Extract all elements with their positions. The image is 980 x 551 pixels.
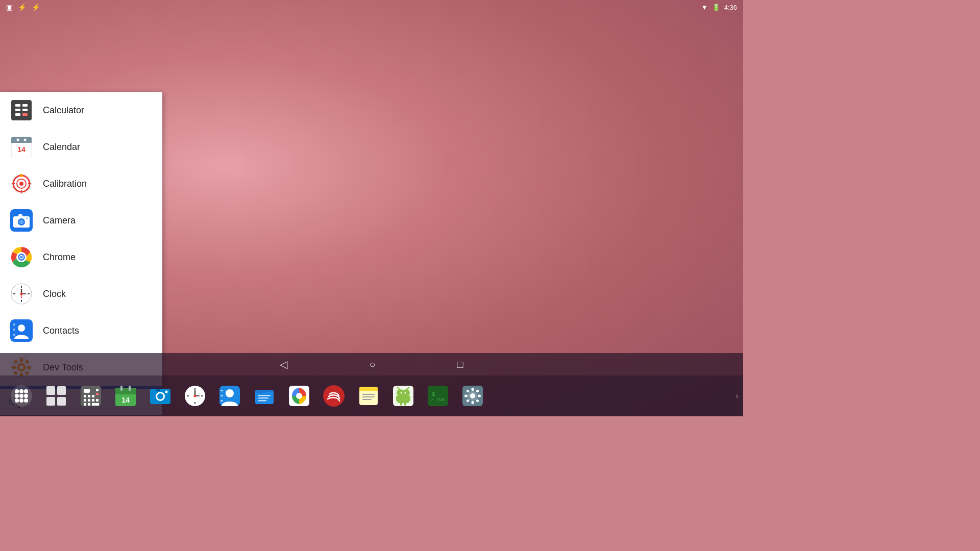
- calibration-label: Calibration: [43, 179, 87, 189]
- taskbar-allapps[interactable]: [5, 380, 38, 412]
- svg-point-11: [24, 139, 27, 141]
- svg-rect-5: [15, 113, 20, 116]
- taskbar-music[interactable]: [317, 380, 350, 412]
- svg-rect-124: [359, 389, 378, 391]
- svg-point-65: [24, 394, 28, 398]
- svg-rect-110: [220, 390, 223, 391]
- svg-point-32: [20, 256, 23, 259]
- usb1-icon: ⚡: [18, 3, 27, 11]
- contacts-label: Contacts: [43, 325, 79, 336]
- recents-button[interactable]: □: [457, 359, 463, 370]
- svg-rect-71: [46, 397, 55, 406]
- taskbar-expand-arrow[interactable]: ›: [731, 375, 743, 416]
- taskbar-files[interactable]: [248, 380, 281, 412]
- status-bar-left: ▣ ⚡ ⚡: [6, 3, 40, 11]
- svg-rect-89: [115, 388, 136, 390]
- status-bar-right: ▼ 🔋 4:36: [701, 4, 737, 11]
- svg-rect-111: [220, 395, 223, 396]
- calculator-label: Calculator: [43, 105, 84, 116]
- svg-rect-116: [258, 395, 271, 396]
- calendar-icon: 14: [10, 136, 33, 158]
- taskbar-screenshot[interactable]: [144, 380, 177, 412]
- svg-rect-115: [255, 390, 263, 393]
- contacts-icon: [10, 319, 33, 342]
- taskbar-terminal[interactable]: $_ > run: [422, 380, 454, 412]
- app-item-camera[interactable]: Camera: [0, 202, 162, 239]
- wifi-icon: ▼: [701, 4, 708, 11]
- svg-point-21: [20, 174, 23, 177]
- svg-point-10: [17, 139, 19, 141]
- svg-point-133: [401, 392, 402, 394]
- calculator-icon: [10, 99, 33, 121]
- home-button[interactable]: ○: [369, 359, 375, 370]
- app-item-calendar[interactable]: 14 Calendar: [0, 129, 162, 165]
- svg-text:14: 14: [121, 396, 130, 404]
- svg-point-62: [24, 389, 28, 393]
- svg-point-60: [15, 389, 19, 393]
- svg-rect-127: [362, 399, 372, 400]
- svg-rect-112: [220, 400, 223, 402]
- taskbar-settings[interactable]: [456, 380, 489, 412]
- camera-icon: [10, 209, 33, 232]
- taskbar-dashboard[interactable]: [40, 380, 72, 412]
- svg-rect-79: [96, 393, 99, 395]
- svg-rect-137: [400, 402, 402, 406]
- svg-rect-90: [120, 386, 122, 391]
- svg-rect-117: [258, 397, 268, 399]
- svg-rect-125: [362, 394, 375, 395]
- svg-rect-4: [22, 109, 28, 111]
- taskbar-notepad[interactable]: [352, 380, 385, 412]
- svg-rect-9: [11, 141, 32, 143]
- svg-point-67: [19, 398, 23, 403]
- svg-text:14: 14: [17, 145, 26, 154]
- svg-rect-6: [22, 113, 28, 116]
- taskbar-calendar[interactable]: 14: [109, 380, 142, 412]
- svg-rect-45: [13, 323, 15, 325]
- svg-rect-82: [92, 399, 94, 402]
- taskbar-contacts[interactable]: [213, 380, 246, 412]
- app-item-calibration[interactable]: Calibration: [0, 165, 162, 202]
- app-item-chrome[interactable]: Chrome: [0, 239, 162, 276]
- clock-icon: [10, 283, 33, 305]
- chrome-label: Chrome: [43, 252, 76, 263]
- svg-rect-91: [129, 386, 131, 391]
- clock-label: Clock: [43, 289, 66, 299]
- app-item-clock[interactable]: Clock: [0, 276, 162, 312]
- svg-rect-138: [404, 402, 406, 406]
- svg-rect-150: [478, 395, 481, 397]
- back-button[interactable]: ◁: [280, 358, 287, 370]
- svg-rect-74: [84, 389, 90, 393]
- svg-point-121: [323, 385, 345, 407]
- svg-point-109: [226, 389, 234, 397]
- app-item-calculator[interactable]: Calculator: [0, 92, 162, 129]
- svg-rect-26: [18, 214, 22, 217]
- taskbar-android[interactable]: [387, 380, 420, 412]
- screen-icon: ▣: [6, 3, 13, 11]
- taskbar-calculator[interactable]: [75, 380, 107, 412]
- svg-rect-136: [408, 396, 410, 401]
- svg-point-98: [165, 391, 168, 393]
- svg-point-63: [15, 394, 19, 398]
- svg-rect-76: [88, 395, 90, 397]
- svg-rect-75: [84, 395, 86, 397]
- svg-text:> run: > run: [431, 397, 445, 402]
- app-list: Calculator 14 Calendar: [0, 92, 162, 386]
- svg-rect-97: [156, 389, 160, 391]
- svg-point-25: [19, 220, 24, 224]
- svg-rect-78: [96, 389, 99, 391]
- svg-rect-83: [96, 399, 99, 402]
- svg-rect-1: [15, 104, 20, 107]
- svg-rect-77: [92, 395, 94, 397]
- svg-point-64: [19, 394, 23, 398]
- svg-point-61: [19, 389, 23, 393]
- svg-point-95: [157, 393, 163, 399]
- svg-point-134: [405, 392, 406, 394]
- svg-point-44: [18, 324, 25, 332]
- app-item-contacts[interactable]: Contacts: [0, 312, 162, 349]
- taskbar-photos[interactable]: [283, 380, 315, 412]
- svg-point-107: [194, 395, 197, 397]
- svg-rect-147: [472, 388, 474, 391]
- svg-rect-132: [399, 390, 407, 396]
- svg-rect-84: [84, 403, 86, 406]
- taskbar-clock[interactable]: [179, 380, 211, 412]
